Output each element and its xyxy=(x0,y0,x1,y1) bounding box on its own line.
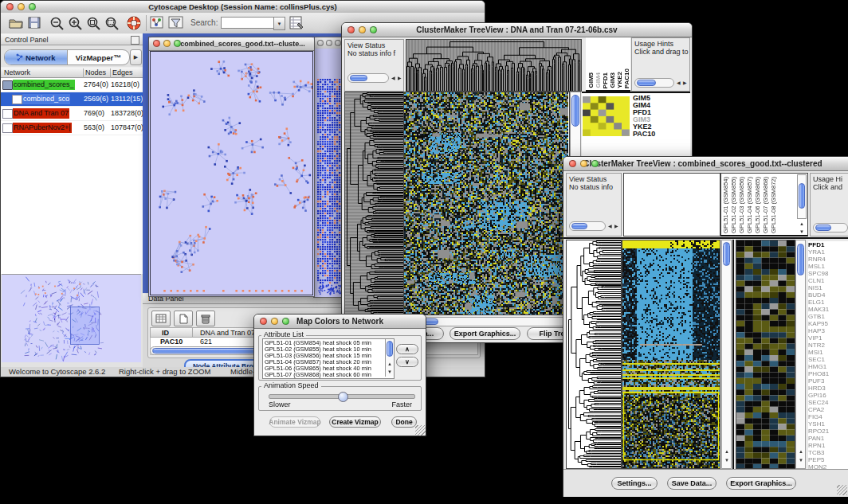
tv1-column-dendrogram[interactable] xyxy=(406,39,582,92)
column-label[interactable]: PFD1 xyxy=(603,72,609,88)
close-icon[interactable] xyxy=(6,3,14,10)
tv2-gene-list[interactable]: PFD1YRA1RNR4MSL1SPC98CLN1NIS1BUD4ELG1MAK… xyxy=(808,241,848,469)
tv1-gene-list[interactable]: GIM5GIM4PFD1GIM3YKE2PAC10 xyxy=(633,95,655,138)
new-attribute-icon[interactable] xyxy=(174,311,193,326)
gene-label[interactable]: PEP5 xyxy=(808,456,848,463)
tv2-save-data-button[interactable]: Save Data... xyxy=(667,477,716,490)
column-label[interactable]: GPL51-06 (GSM865) xyxy=(755,177,761,233)
scroll-left-icon[interactable]: ◀ xyxy=(608,224,612,229)
gene-label[interactable]: ELG1 xyxy=(808,299,848,306)
close-icon[interactable] xyxy=(317,40,324,46)
gene-label[interactable]: KAP95 xyxy=(808,320,848,327)
zoom-in-icon[interactable] xyxy=(68,16,84,30)
gene-label[interactable]: MSI1 xyxy=(808,349,848,356)
help-lifering-icon[interactable] xyxy=(126,15,142,31)
column-label[interactable]: GIM4 xyxy=(595,72,602,88)
tv2-settings-button[interactable]: Settings... xyxy=(611,477,658,490)
column-label[interactable]: YKE2 xyxy=(617,72,623,88)
gene-label[interactable]: YRA1 xyxy=(808,248,848,256)
create-vizmap-button[interactable]: Create Vizmap xyxy=(329,416,381,428)
network-name[interactable]: RNAPuberNov2+| xyxy=(13,123,72,133)
search-input[interactable] xyxy=(221,17,275,29)
table-report-icon[interactable] xyxy=(289,15,305,30)
main-titlebar[interactable]: Cytoscape Desktop (Session Name: collins… xyxy=(1,1,485,14)
gene-label[interactable]: PAN1 xyxy=(808,435,848,442)
network-canvas-1[interactable] xyxy=(150,51,313,295)
table-row[interactable]: combined_sco2569(6)13112(15) xyxy=(1,92,143,107)
tv2-detail-heatmap[interactable] xyxy=(736,240,795,469)
network-name[interactable]: DNA and Tran 07 xyxy=(13,108,69,119)
zoom-out-icon[interactable] xyxy=(49,16,65,30)
tv2-column-dendrogram[interactable] xyxy=(623,173,720,236)
scroll-up-icon[interactable]: ▲ xyxy=(799,449,803,454)
tv1-hscrollbar[interactable] xyxy=(404,317,570,326)
scroll-down-icon[interactable]: ▼ xyxy=(799,229,804,234)
col-edges[interactable]: Edges xyxy=(112,68,133,78)
gene-label[interactable]: NIS1 xyxy=(808,284,848,291)
gene-label[interactable]: HRD3 xyxy=(808,385,848,392)
animation-speed-slider[interactable] xyxy=(269,394,415,399)
zoom-icon[interactable] xyxy=(335,40,341,46)
save-icon[interactable] xyxy=(27,16,41,29)
column-label[interactable]: GIM5 xyxy=(588,72,595,88)
tab-overflow-button[interactable]: ▶ xyxy=(130,49,142,65)
tv1-heatmap[interactable] xyxy=(404,92,570,315)
tab-vizmapper[interactable]: VizMapper™ xyxy=(68,50,130,64)
column-label[interactable]: GPL51-03 (GSM856) xyxy=(739,177,745,233)
search-dropdown-button[interactable]: ▼ xyxy=(273,17,285,30)
scroll-right-icon[interactable]: ▶ xyxy=(398,76,402,80)
gene-label[interactable]: YSH1 xyxy=(808,420,848,428)
attribute-list-vscrollbar[interactable]: ▲ ▼ xyxy=(385,339,394,377)
gene-label[interactable]: RNR4 xyxy=(808,256,848,263)
tv1-column-labels-pane[interactable]: GIM5GIM4PFD1GIM3YKE2PAC10 xyxy=(586,37,630,92)
column-label[interactable]: GPL51-08 (GSM872) xyxy=(771,177,777,233)
zoom-icon[interactable] xyxy=(591,160,599,167)
scroll-down-icon[interactable]: ▼ xyxy=(387,369,392,374)
scroll-right-icon[interactable]: ▶ xyxy=(683,80,687,85)
gene-label[interactable]: PUF3 xyxy=(808,377,848,385)
view-status-hscrollbar[interactable] xyxy=(347,73,389,83)
column-label[interactable]: GPL51-02 (GSM855) xyxy=(731,177,737,233)
tv1-similarity-matrix[interactable] xyxy=(583,96,630,136)
scroll-right-icon[interactable]: ▶ xyxy=(614,224,618,229)
gene-label[interactable]: VIP1 xyxy=(808,334,848,342)
move-down-button[interactable]: ∨ xyxy=(396,357,418,367)
column-label[interactable]: GPL51-07 (GSM868) xyxy=(763,177,769,233)
float-panel-icon[interactable] xyxy=(131,36,139,45)
move-up-button[interactable]: ∧ xyxy=(396,344,418,354)
gene-label[interactable]: SEC1 xyxy=(808,356,848,363)
gene-label[interactable]: NTR2 xyxy=(808,342,848,349)
tv2-heatmap[interactable] xyxy=(622,240,720,469)
minimize-icon[interactable] xyxy=(271,318,278,325)
open-file-icon[interactable] xyxy=(8,16,24,29)
close-icon[interactable] xyxy=(260,318,267,325)
column-label[interactable]: GPL51-01 (GSM854) xyxy=(723,177,729,233)
gene-label[interactable]: PAC10 xyxy=(633,131,655,138)
close-icon[interactable] xyxy=(347,26,355,33)
scroll-left-icon[interactable]: ◀ xyxy=(677,80,681,85)
datapanel-col-id[interactable]: ID xyxy=(162,328,169,338)
table-row[interactable]: DNA and Tran 07769(0)183728(0) xyxy=(1,107,143,121)
col-network[interactable]: Network xyxy=(4,68,30,78)
scroll-up-icon[interactable]: ▲ xyxy=(387,361,392,366)
usage-hints-hscrollbar[interactable] xyxy=(813,223,848,232)
minimize-icon[interactable] xyxy=(326,40,332,46)
zoom-icon[interactable] xyxy=(174,40,181,47)
scroll-up-icon[interactable]: ▲ xyxy=(724,449,729,454)
zoom-selected-icon[interactable] xyxy=(86,16,102,30)
gene-label[interactable]: RPO21 xyxy=(808,428,848,435)
zoom-fit-icon[interactable] xyxy=(104,16,120,30)
usage-hints-hscrollbar[interactable] xyxy=(634,78,674,88)
gene-label[interactable]: PHO81 xyxy=(808,370,848,377)
minimize-icon[interactable] xyxy=(163,40,171,47)
filter-icon[interactable] xyxy=(168,16,184,29)
gene-label[interactable]: BUD4 xyxy=(808,291,848,299)
gene-label[interactable]: SPC98 xyxy=(808,270,848,277)
slider-thumb[interactable] xyxy=(338,392,348,402)
done-button[interactable]: Done xyxy=(391,416,417,428)
gene-label[interactable]: CPA2 xyxy=(808,406,848,413)
tv2-export-graphics-button[interactable]: Export Graphics... xyxy=(726,477,796,490)
gene-label[interactable]: FIG4 xyxy=(808,413,848,420)
tv2-column-labels-pane[interactable]: GPL51-01 (GSM854)GPL51-02 (GSM855)GPL51-… xyxy=(720,173,808,236)
tv1-row-dendrogram[interactable] xyxy=(344,92,404,315)
